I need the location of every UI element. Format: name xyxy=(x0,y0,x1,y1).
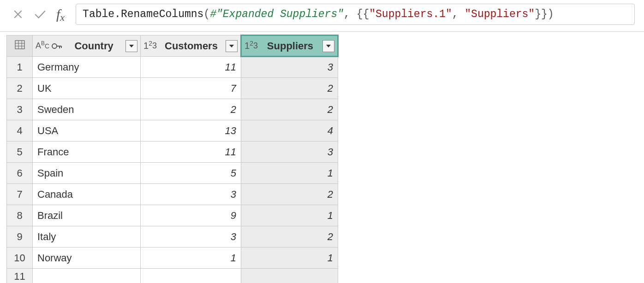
cell-customers[interactable]: 3 xyxy=(141,226,241,248)
cell-country[interactable]: Canada xyxy=(33,184,141,205)
row-number[interactable]: 7 xyxy=(7,184,33,205)
table-row[interactable]: 10 Norway 1 1 xyxy=(7,248,338,269)
row-number[interactable]: 10 xyxy=(7,248,33,269)
row-number[interactable]: 11 xyxy=(7,269,33,283)
cell-country[interactable] xyxy=(33,269,141,283)
cell-country[interactable]: Germany xyxy=(33,57,141,78)
cell-customers[interactable]: 3 xyxy=(141,184,241,205)
cell-suppliers[interactable]: 1 xyxy=(241,163,338,184)
cell-country[interactable]: Norway xyxy=(33,248,141,269)
table-row[interactable]: 1 Germany 11 3 xyxy=(7,57,338,78)
cell-country[interactable]: Spain xyxy=(33,163,141,184)
cell-customers[interactable]: 7 xyxy=(141,78,241,99)
column-header-country[interactable]: ABC Country xyxy=(33,35,141,57)
formula-fn: Table.RenameColumns xyxy=(83,8,203,20)
cell-country[interactable]: Italy xyxy=(33,226,141,248)
column-name: Suppliers xyxy=(260,40,321,52)
number-type-icon: 123 xyxy=(143,41,157,51)
cell-suppliers[interactable]: 4 xyxy=(241,120,338,142)
number-type-icon: 123 xyxy=(244,41,258,51)
cell-suppliers[interactable]: 2 xyxy=(241,99,338,120)
cell-suppliers[interactable]: 2 xyxy=(241,78,338,99)
table-row[interactable]: 8 Brazil 9 1 xyxy=(7,205,338,226)
table-row-partial[interactable]: 11 xyxy=(7,269,338,283)
row-number[interactable]: 3 xyxy=(7,99,33,120)
cell-suppliers[interactable]: 2 xyxy=(241,226,338,248)
cell-suppliers[interactable]: 2 xyxy=(241,184,338,205)
svg-rect-0 xyxy=(15,41,24,49)
formula-str2: "Suppliers" xyxy=(465,8,535,20)
cell-suppliers[interactable]: 1 xyxy=(241,205,338,226)
cell-country[interactable]: France xyxy=(33,142,141,163)
formula-str1: "Suppliers.1" xyxy=(369,8,452,20)
cell-customers[interactable] xyxy=(141,269,241,283)
text-type-icon: ABC xyxy=(36,41,49,51)
table-body: 1 Germany 11 3 2 UK 7 2 3 Sweden 2 2 4 U… xyxy=(7,57,338,283)
row-number[interactable]: 2 xyxy=(7,78,33,99)
cell-customers[interactable]: 11 xyxy=(141,57,241,78)
filter-dropdown-suppliers[interactable] xyxy=(322,40,334,52)
row-number[interactable]: 6 xyxy=(7,163,33,184)
column-header-customers[interactable]: 123 Customers xyxy=(141,35,241,57)
table-row[interactable]: 3 Sweden 2 2 xyxy=(7,99,338,120)
cell-country[interactable]: Brazil xyxy=(33,205,141,226)
column-header-suppliers[interactable]: 123 Suppliers xyxy=(241,35,338,57)
accept-formula-button[interactable] xyxy=(31,6,49,23)
cell-customers[interactable]: 2 xyxy=(141,99,241,120)
row-number[interactable]: 8 xyxy=(7,205,33,226)
table-row[interactable]: 9 Italy 3 2 xyxy=(7,226,338,248)
cell-country[interactable]: Sweden xyxy=(33,99,141,120)
cell-country[interactable]: UK xyxy=(33,78,141,99)
table-row[interactable]: 6 Spain 5 1 xyxy=(7,163,338,184)
cell-customers[interactable]: 11 xyxy=(141,142,241,163)
cell-customers[interactable]: 1 xyxy=(141,248,241,269)
select-all-corner[interactable] xyxy=(7,35,33,57)
cell-suppliers[interactable] xyxy=(241,269,338,283)
cell-customers[interactable]: 5 xyxy=(141,163,241,184)
cell-suppliers[interactable]: 1 xyxy=(241,248,338,269)
filter-dropdown-customers[interactable] xyxy=(226,40,238,52)
svg-point-5 xyxy=(52,44,57,48)
row-number[interactable]: 9 xyxy=(7,226,33,248)
formula-input[interactable]: Table.RenameColumns(#"Expanded Suppliers… xyxy=(76,4,635,25)
key-icon xyxy=(51,41,62,51)
data-grid: ABC Country 123 Customers xyxy=(0,32,644,283)
cell-customers[interactable]: 9 xyxy=(141,205,241,226)
row-number[interactable]: 4 xyxy=(7,120,33,142)
cell-customers[interactable]: 13 xyxy=(141,120,241,142)
row-number[interactable]: 1 xyxy=(7,57,33,78)
fx-icon: fx xyxy=(54,6,67,22)
table-row[interactable]: 4 USA 13 4 xyxy=(7,120,338,142)
cancel-formula-button[interactable] xyxy=(9,6,27,23)
cell-country[interactable]: USA xyxy=(33,120,141,142)
column-name: Customers xyxy=(159,40,224,52)
table-row[interactable]: 5 France 11 3 xyxy=(7,142,338,163)
cell-suppliers[interactable]: 3 xyxy=(241,142,338,163)
formula-ref: #"Expanded Suppliers" xyxy=(210,8,344,20)
cell-suppliers[interactable]: 3 xyxy=(241,57,338,78)
table-row[interactable]: 7 Canada 3 2 xyxy=(7,184,338,205)
column-name: Country xyxy=(64,40,124,52)
formula-bar: fx Table.RenameColumns(#"Expanded Suppli… xyxy=(0,0,644,32)
row-number[interactable]: 5 xyxy=(7,142,33,163)
table-row[interactable]: 2 UK 7 2 xyxy=(7,78,338,99)
filter-dropdown-country[interactable] xyxy=(125,40,137,52)
